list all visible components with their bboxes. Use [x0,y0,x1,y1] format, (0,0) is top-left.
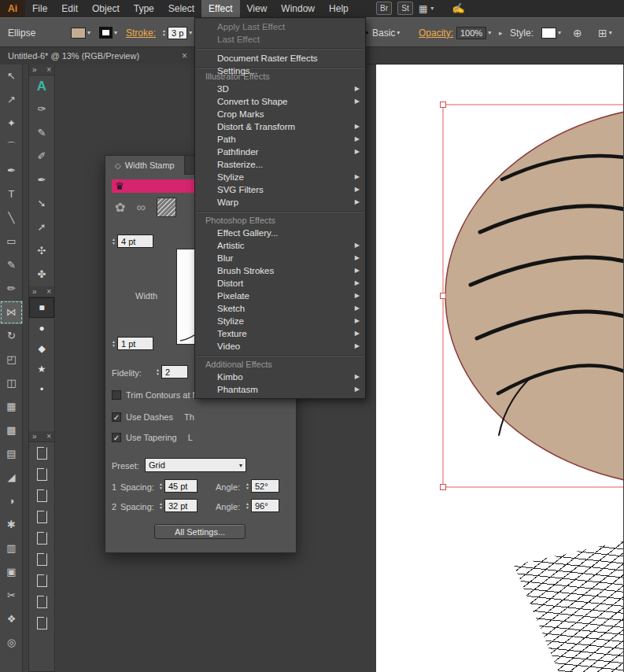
blend-tool[interactable]: ◑ [0,489,23,513]
artboard-page-item[interactable] [29,591,54,612]
menu-item-video[interactable]: Video▶ [195,340,365,353]
menu-item-kimbo[interactable]: Kimbo▶ [195,371,365,383]
fidelity-value[interactable]: 2 [161,365,188,378]
magic-wand-tool[interactable]: ✦ [0,112,23,135]
plugin-tool-6[interactable]: ➚ [29,216,54,239]
menu-item-3d[interactable]: 3D▶ [195,83,365,95]
use-tapering-checkbox[interactable]: ✓ [112,433,121,442]
artboard-page-item[interactable] [29,442,54,463]
link-icon[interactable]: ∞ [136,201,145,215]
menu-item-pathfinder[interactable]: Pathfinder▶ [195,146,365,158]
selection-tool[interactable]: ↖ [0,65,23,88]
menu-object[interactable]: Object [85,0,127,17]
use-dashes-checkbox[interactable]: ✓ [112,412,121,422]
close-icon[interactable]: × [46,65,51,75]
lasso-tool[interactable]: ⌒ [0,135,23,159]
trim-contours-checkbox[interactable] [112,390,121,400]
menu-select[interactable]: Select [161,0,201,17]
width-stamp-tab[interactable]: ◇ Width Stamp [105,156,185,175]
close-icon[interactable]: × [46,431,51,441]
symbol-sprayer-tool[interactable]: ✱ [0,513,23,537]
menu-window[interactable]: Window [274,0,322,17]
flare-shape-tool[interactable]: • [29,379,54,400]
rotate-tool[interactable]: ↻ [0,324,23,348]
spinner-down-icon[interactable]: ▼ [112,242,116,246]
artboard[interactable] [376,65,623,672]
polygon-shape-tool[interactable]: ◆ [29,338,54,359]
plugin-tool-2[interactable]: ✎ [29,121,54,145]
close-icon[interactable]: × [46,286,51,297]
hatch-swatch-icon[interactable] [157,198,176,217]
menu-item-effect-gallery[interactable]: Effect Gallery... [195,227,365,239]
collapse-icon[interactable]: » [32,65,37,75]
width-tool[interactable]: ⋈ [0,301,23,324]
artboard-tool[interactable]: ▣ [0,560,23,584]
fill-swatch[interactable] [71,28,86,39]
plugin-tool-4[interactable]: ✒ [29,168,54,192]
spinner-down-icon[interactable]: ▼ [156,372,160,376]
menu-type[interactable]: Type [127,0,161,17]
artboard-page-item[interactable] [29,548,54,570]
menu-item-rasterize[interactable]: Rasterize... [195,158,365,171]
plugin-tool-7[interactable]: ✣ [29,239,54,263]
menu-item-svg-filters[interactable]: SVG Filters▶ [195,183,365,196]
menu-item-convert-to-shape[interactable]: Convert to Shape▶ [195,95,365,108]
menu-item-warp[interactable]: Warp▶ [195,196,365,209]
plugin-a-tool[interactable]: A [29,76,54,98]
stock-button[interactable]: St [397,2,413,15]
plugin-tool-5[interactable]: ➘ [29,192,54,216]
ellipse-shape-tool[interactable]: ● [29,318,54,338]
menu-item-stylize-photoshop[interactable]: Stylize▶ [195,315,365,327]
fill-color-control[interactable]: ▾ [71,26,90,39]
rectangle-tool[interactable]: ▭ [0,230,23,253]
direct-selection-tool[interactable]: ↗ [0,88,23,112]
collapse-icon[interactable]: » [32,286,37,297]
menu-item-brush-strokes[interactable]: Brush Strokes▶ [195,264,365,277]
bridge-button[interactable]: Br [376,2,392,15]
stroke-panel-link[interactable]: Stroke: [126,26,156,39]
close-icon[interactable]: × [182,47,187,65]
pen-tool[interactable]: ✒ [0,159,23,183]
paintbrush-tool[interactable]: ✎ [0,253,23,277]
perspective-grid-tool[interactable]: ▦ [0,395,23,419]
row1-angle-value[interactable]: 52° [251,479,279,493]
document-setup-globe-icon[interactable]: ⊕ [573,26,582,39]
style-control[interactable]: ▾ [541,26,561,39]
artboard-page-item[interactable] [29,463,54,485]
line-segment-tool[interactable]: ╲ [0,206,23,230]
zoom-tool[interactable]: ◎ [0,631,23,655]
row2-spacing-value[interactable]: 32 pt [164,499,198,512]
workspace-switcher[interactable]: ▦ ▾ [419,3,434,14]
scale-tool[interactable]: ◰ [0,348,23,371]
rectangle-shape-tool[interactable]: ■ [29,297,54,318]
arrange-documents-control[interactable]: ⊞ ▾ [598,26,612,39]
spinner-down-icon[interactable]: ▼ [162,33,166,37]
pencil-tool[interactable]: ✏ [0,277,23,301]
menu-item-distort-and-transform[interactable]: Distort & Transform▶ [195,120,365,133]
star-shape-tool[interactable]: ★ [29,359,54,379]
spinner-down-icon[interactable]: ▼ [112,344,116,348]
menu-item-apply-last-effect[interactable]: Apply Last Effect [195,20,365,33]
opacity-value[interactable]: 100% [456,27,486,39]
artboard-page-item[interactable] [29,527,54,548]
row2-angle-value[interactable]: 96° [251,499,279,512]
artboard-page-item[interactable] [29,612,54,633]
min-width-value[interactable]: 1 pt [117,337,153,350]
opacity-panel-link[interactable]: Opacity: [419,26,453,39]
shape-builder-tool[interactable]: ◫ [0,371,23,395]
menu-item-blur[interactable]: Blur▶ [195,252,365,264]
plugin-tool-1[interactable]: ✑ [29,98,54,121]
stroke-swatch[interactable] [99,27,113,39]
plant-icon[interactable]: ✿ [115,200,125,215]
hand-icon[interactable]: ✍ [452,2,464,14]
gradient-tool[interactable]: ▤ [0,442,23,466]
document-tab[interactable]: Untitled-6* @ 13% (RGB/Preview) × [0,47,195,65]
stroke-weight-value[interactable]: 3 p [168,27,187,39]
menu-item-distort[interactable]: Distort▶ [195,277,365,290]
menu-item-sketch[interactable]: Sketch▶ [195,302,365,315]
type-tool[interactable]: T [0,183,23,206]
melon-artwork[interactable] [376,65,623,672]
eyedropper-tool[interactable]: ◢ [0,466,23,489]
max-width-value[interactable]: 4 pt [117,234,153,248]
style-swatch[interactable] [541,28,556,39]
